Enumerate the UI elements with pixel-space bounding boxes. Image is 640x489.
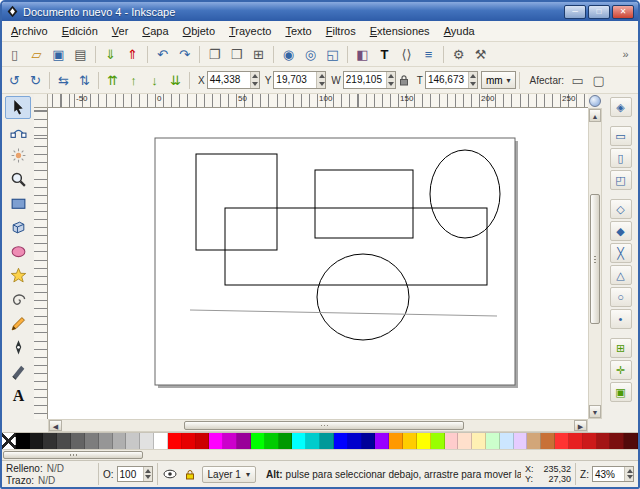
maximize-button[interactable]: □ <box>588 5 610 19</box>
pen-tool-button[interactable] <box>5 336 31 359</box>
spin-up-icon[interactable] <box>144 467 152 474</box>
snap-object-centers-button[interactable]: ⊞ <box>610 338 632 358</box>
fill-stroke-dialog-button[interactable]: ◧ <box>352 44 373 65</box>
text-tool-button[interactable]: A <box>5 384 31 407</box>
palette-swatch[interactable] <box>389 433 403 449</box>
palette-swatch[interactable] <box>348 433 362 449</box>
palette-swatch[interactable] <box>306 433 320 449</box>
snap-paths-button[interactable]: ◆ <box>610 221 632 241</box>
palette-swatch[interactable] <box>30 433 44 449</box>
palette-no-color-swatch[interactable] <box>2 433 16 449</box>
spin-down-icon[interactable] <box>251 80 259 88</box>
undo-button[interactable]: ↶ <box>152 44 173 65</box>
palette-swatch[interactable] <box>555 433 569 449</box>
new-document-button[interactable]: ▯ <box>4 44 25 65</box>
field-x-input[interactable]: 44,338 <box>207 71 260 89</box>
zoom-tool-button[interactable] <box>5 168 31 191</box>
palette-swatch[interactable] <box>113 433 127 449</box>
text-font-dialog-button[interactable]: T <box>374 44 395 65</box>
star-tool-button[interactable] <box>5 264 31 287</box>
selector-tool-button[interactable] <box>5 96 31 119</box>
drawing-svg[interactable] <box>48 108 588 419</box>
palette-swatch[interactable] <box>610 433 624 449</box>
spiral-tool-button[interactable] <box>5 288 31 311</box>
palette-swatch[interactable] <box>99 433 113 449</box>
spin-up-icon[interactable] <box>387 72 395 80</box>
document-properties-button[interactable]: ⚙ <box>448 44 469 65</box>
palette-swatch[interactable] <box>334 433 348 449</box>
palette-swatch[interactable] <box>292 433 306 449</box>
affect-stroke-toggle[interactable]: ▭ <box>567 70 588 91</box>
layer-dropdown[interactable]: Layer 1 ▾ <box>202 466 256 483</box>
raise-to-top-button[interactable]: ⇈ <box>102 70 123 91</box>
palette-swatch[interactable] <box>500 433 514 449</box>
open-document-button[interactable]: ▱ <box>26 44 47 65</box>
page-border[interactable] <box>155 138 515 385</box>
menu-extensiones[interactable]: Extensiones <box>363 22 437 40</box>
vertical-scroll-thumb[interactable] <box>590 194 600 324</box>
affect-corners-toggle[interactable]: ▢ <box>588 70 609 91</box>
calligraphy-tool-button[interactable] <box>5 360 31 383</box>
rotate-90-cw-button[interactable]: ↻ <box>25 70 46 91</box>
layer-visibility-eye-icon[interactable] <box>162 467 178 481</box>
palette-swatch[interactable] <box>140 433 154 449</box>
menu-trayecto[interactable]: Trayecto <box>222 22 278 40</box>
spin-down-icon[interactable] <box>625 474 633 481</box>
palette-swatch[interactable] <box>43 433 57 449</box>
snap-path-intersections-button[interactable]: ╳ <box>610 243 632 263</box>
export-bitmap-button[interactable]: ⇑ <box>122 44 143 65</box>
palette-swatch[interactable] <box>85 433 99 449</box>
spin-up-icon[interactable] <box>251 72 259 80</box>
align-distribute-dialog-button[interactable]: ≡ <box>418 44 439 65</box>
titlebar[interactable]: Documento nuevo 4 - Inkscape ─ □ ✕ <box>2 2 638 21</box>
toolbar-overflow-button[interactable]: » <box>615 44 636 65</box>
snap-nodes-button[interactable]: ◇ <box>610 199 632 219</box>
zoom-input[interactable]: 43% <box>592 466 634 482</box>
spin-down-icon[interactable] <box>144 474 152 481</box>
horizontal-ruler[interactable]: -50050100150200250 <box>48 94 588 108</box>
palette-swatch[interactable] <box>486 433 500 449</box>
unit-dropdown[interactable]: mm ▾ <box>481 71 516 89</box>
rectangle-tool-button[interactable] <box>5 192 31 215</box>
zoom-drawing-button[interactable]: ◎ <box>300 44 321 65</box>
flip-vertical-button[interactable]: ⇅ <box>74 70 95 91</box>
layer-lock-icon[interactable] <box>182 467 198 481</box>
lower-to-bottom-button[interactable]: ⇊ <box>165 70 186 91</box>
copy-button[interactable]: ❐ <box>204 44 225 65</box>
palette-swatch[interactable] <box>279 433 293 449</box>
menu-filtros[interactable]: Filtros <box>319 22 363 40</box>
palette-swatch[interactable] <box>403 433 417 449</box>
palette-swatch[interactable] <box>458 433 472 449</box>
lower-button[interactable]: ↓ <box>144 70 165 91</box>
palette-swatch[interactable] <box>445 433 459 449</box>
menu-texto[interactable]: Texto <box>278 22 318 40</box>
palette-swatch[interactable] <box>182 433 196 449</box>
palette-swatch[interactable] <box>514 433 528 449</box>
palette-swatch[interactable] <box>126 433 140 449</box>
canvas[interactable] <box>48 108 588 419</box>
spin-down-icon[interactable] <box>317 80 325 88</box>
snap-bbox-edges-button[interactable]: ▯ <box>610 148 632 168</box>
snap-page-border-button[interactable]: ▣ <box>610 382 632 402</box>
spin-up-icon[interactable] <box>469 72 477 80</box>
palette-swatch[interactable] <box>375 433 389 449</box>
spin-down-icon[interactable] <box>387 80 395 88</box>
palette-swatch[interactable] <box>320 433 334 449</box>
scroll-right-icon[interactable]: ▶ <box>574 420 587 431</box>
scroll-down-icon[interactable]: ▼ <box>589 405 601 418</box>
palette-swatch[interactable] <box>209 433 223 449</box>
menu-capa[interactable]: Capa <box>135 22 175 40</box>
menu-ver[interactable]: Ver <box>105 22 136 40</box>
print-document-button[interactable]: ▤ <box>70 44 91 65</box>
fill-stroke-indicator[interactable]: Relleno:N/D Trazo:N/D <box>2 461 98 487</box>
ellipse-tool-button[interactable] <box>5 240 31 263</box>
palette-swatch[interactable] <box>527 433 541 449</box>
palette-swatch[interactable] <box>196 433 210 449</box>
palette-swatch[interactable] <box>541 433 555 449</box>
palette-scroll-thumb[interactable] <box>3 451 143 459</box>
vertical-ruler[interactable] <box>34 108 48 419</box>
xml-editor-button[interactable]: ⟨⟩ <box>396 44 417 65</box>
palette-scrollbar[interactable] <box>2 449 638 460</box>
node-tool-button[interactable] <box>5 120 31 143</box>
palette-swatch[interactable] <box>597 433 611 449</box>
